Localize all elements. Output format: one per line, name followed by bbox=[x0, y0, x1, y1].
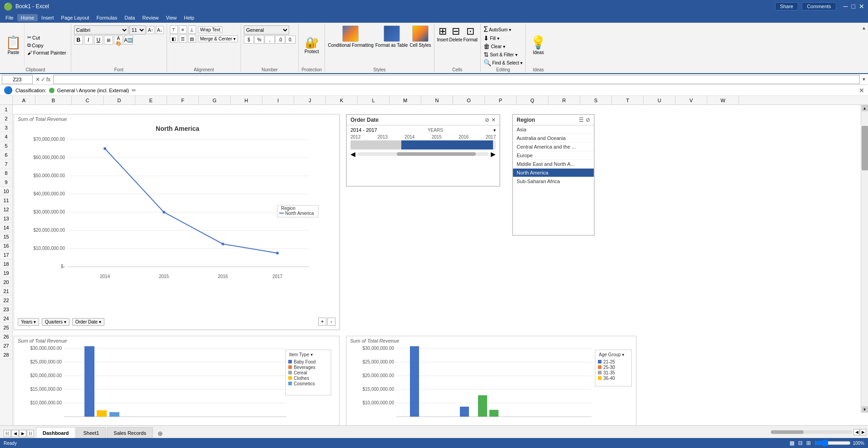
line-chart-container[interactable]: Sum of Total Revenue North America $70,0… bbox=[14, 114, 340, 330]
font-increase-button[interactable]: A↑ bbox=[147, 26, 155, 34]
col-header-f[interactable]: F bbox=[167, 96, 199, 105]
percent-button[interactable]: % bbox=[254, 35, 264, 44]
format-painter-button[interactable]: 🖌 Format Painter bbox=[26, 50, 67, 56]
region-item-australia[interactable]: Australia and Oceania bbox=[513, 134, 594, 143]
minimize-button[interactable]: ─ bbox=[843, 3, 848, 10]
align-bottom-button[interactable]: ⊥ bbox=[188, 25, 196, 34]
cell-styles-button[interactable]: Cell Styles bbox=[409, 25, 431, 48]
sheet-first-button[interactable]: ⟨⟨ bbox=[4, 430, 11, 437]
close-button[interactable]: ✕ bbox=[859, 3, 864, 10]
share-button[interactable]: Share bbox=[775, 2, 798, 10]
timeline-next[interactable]: ▶ bbox=[491, 150, 496, 158]
col-header-a[interactable]: A bbox=[13, 96, 35, 105]
col-header-w[interactable]: W bbox=[707, 96, 739, 105]
col-header-v[interactable]: V bbox=[676, 96, 707, 105]
menu-formulas[interactable]: Formulas bbox=[93, 14, 121, 21]
font-family-select[interactable]: Calibri bbox=[74, 25, 128, 35]
underline-button[interactable]: U bbox=[94, 35, 103, 45]
classification-edit-icon[interactable]: ✏ bbox=[132, 87, 136, 94]
format-as-table-button[interactable]: Format as Table bbox=[375, 25, 408, 48]
sheet-next-button[interactable]: ▶ bbox=[19, 430, 26, 437]
protect-button[interactable]: 🔐 Protect bbox=[305, 36, 319, 54]
scroll-thumb[interactable] bbox=[862, 126, 868, 170]
increase-decimal-button[interactable]: .0 bbox=[275, 35, 285, 44]
number-format-select[interactable]: General bbox=[244, 25, 289, 35]
region-item-north-america[interactable]: North America bbox=[513, 169, 594, 177]
region-item-middle-east[interactable]: Middle East and North A... bbox=[513, 160, 594, 169]
region-item-asia[interactable]: Asia bbox=[513, 125, 594, 134]
col-header-t[interactable]: T bbox=[612, 96, 644, 105]
menu-insert[interactable]: Insert bbox=[38, 14, 58, 21]
col-header-q[interactable]: Q bbox=[517, 96, 548, 105]
bold-button[interactable]: B bbox=[74, 35, 83, 45]
scroll-up-button[interactable]: ▲ bbox=[862, 105, 868, 111]
font-size-select[interactable]: 11 bbox=[129, 25, 146, 35]
italic-button[interactable]: I bbox=[84, 35, 93, 45]
col-header-u[interactable]: U bbox=[644, 96, 676, 105]
font-decrease-button[interactable]: A↓ bbox=[156, 26, 164, 34]
classification-close-icon[interactable]: ✕ bbox=[859, 87, 864, 94]
scroll-down-button[interactable]: ▼ bbox=[862, 406, 868, 413]
order-date-filter-button[interactable]: Order Date ▾ bbox=[72, 318, 104, 326]
formula-bar-expand[interactable]: ▼ bbox=[862, 77, 866, 82]
menu-file[interactable]: File bbox=[2, 14, 17, 21]
paste-button[interactable]: 📋 Paste bbox=[3, 24, 25, 66]
col-header-r[interactable]: R bbox=[548, 96, 580, 105]
cancel-formula-button[interactable]: ✕ bbox=[35, 76, 40, 83]
align-left-button[interactable]: ◧ bbox=[170, 35, 178, 43]
col-header-s[interactable]: S bbox=[580, 96, 612, 105]
menu-home[interactable]: Home bbox=[17, 14, 38, 21]
col-header-b[interactable]: B bbox=[35, 96, 72, 105]
sheet-last-button[interactable]: ⟩⟩ bbox=[27, 430, 34, 437]
col-header-n[interactable]: N bbox=[421, 96, 453, 105]
bar-chart1-container[interactable]: Sum of Total Revenue $30,000,000.00 $25,… bbox=[14, 336, 340, 425]
col-header-i[interactable]: I bbox=[262, 96, 294, 105]
col-header-m[interactable]: M bbox=[390, 96, 421, 105]
sort-filter-button[interactable]: ⇅ Sort & Filter ▾ bbox=[483, 51, 523, 58]
fill-button[interactable]: ⬇ Fill ▾ bbox=[483, 35, 523, 42]
col-header-k[interactable]: K bbox=[326, 96, 358, 105]
region-item-europe[interactable]: Europe bbox=[513, 151, 594, 160]
border-button[interactable]: ⊞ bbox=[104, 35, 113, 45]
horiz-scroll-right[interactable]: ▶ bbox=[860, 429, 866, 435]
menu-view[interactable]: View bbox=[163, 14, 181, 21]
horiz-scroll-thumb[interactable] bbox=[771, 430, 804, 434]
timeline-bar[interactable] bbox=[350, 140, 496, 149]
decrease-decimal-button[interactable]: 0. bbox=[286, 35, 296, 44]
clear-button[interactable]: 🗑 Clear ▾ bbox=[483, 43, 523, 50]
timeline-prev[interactable]: ◀ bbox=[350, 150, 355, 158]
formula-input[interactable] bbox=[53, 75, 860, 84]
bar-chart2-container[interactable]: Sum of Total Revenue $30,000,000.00 $25,… bbox=[346, 336, 636, 425]
quarters-filter-button[interactable]: Quarters ▾ bbox=[42, 318, 69, 326]
years-filter-button[interactable]: Years ▾ bbox=[18, 318, 39, 326]
align-right-button[interactable]: ▤ bbox=[188, 35, 196, 43]
col-header-l[interactable]: L bbox=[358, 96, 390, 105]
align-center-button[interactable]: ☰ bbox=[179, 35, 187, 43]
chart-zoom-in[interactable]: + bbox=[318, 318, 326, 326]
tab-sheet1[interactable]: Sheet1 bbox=[76, 427, 106, 438]
order-date-slicer[interactable]: Order Date ⊘ ✕ 2014 - 2017 YEARS ▾ 2012 … bbox=[346, 114, 500, 187]
col-header-j[interactable]: J bbox=[294, 96, 326, 105]
normal-view-button[interactable]: ▦ bbox=[789, 440, 794, 446]
timeline-scroll[interactable] bbox=[357, 152, 489, 156]
menu-data[interactable]: Data bbox=[121, 14, 138, 21]
insert-function-button[interactable]: fx bbox=[46, 76, 50, 83]
tab-sales-records[interactable]: Sales Records bbox=[107, 427, 153, 438]
slicer-filter-icon[interactable]: ⊘ bbox=[485, 117, 489, 123]
comments-button[interactable]: Comments bbox=[802, 2, 836, 10]
merge-center-button[interactable]: Merge & Center ▾ bbox=[198, 35, 238, 42]
ribbon-collapse-button[interactable]: ▲ bbox=[860, 24, 868, 72]
ideas-button[interactable]: 💡 Ideas bbox=[530, 35, 546, 55]
vertical-scrollbar[interactable]: ▲ ▼ bbox=[861, 105, 868, 413]
col-header-o[interactable]: O bbox=[453, 96, 485, 105]
region-clear-filter-icon[interactable]: ⊘ bbox=[586, 117, 590, 123]
col-header-g[interactable]: G bbox=[199, 96, 231, 105]
tab-dashboard[interactable]: Dashboard bbox=[36, 427, 75, 438]
insert-button[interactable]: ⊞ Insert bbox=[437, 25, 449, 42]
add-sheet-button[interactable]: ⊕ bbox=[156, 429, 165, 438]
slicer-close-icon[interactable]: ✕ bbox=[491, 117, 496, 123]
region-item-sub-saharan[interactable]: Sub-Saharan Africa bbox=[513, 177, 594, 185]
scroll-track[interactable] bbox=[862, 111, 868, 406]
autosum-button[interactable]: Σ AutoSum ▾ bbox=[483, 25, 523, 34]
region-multiselect-icon[interactable]: ☰ bbox=[579, 117, 584, 123]
